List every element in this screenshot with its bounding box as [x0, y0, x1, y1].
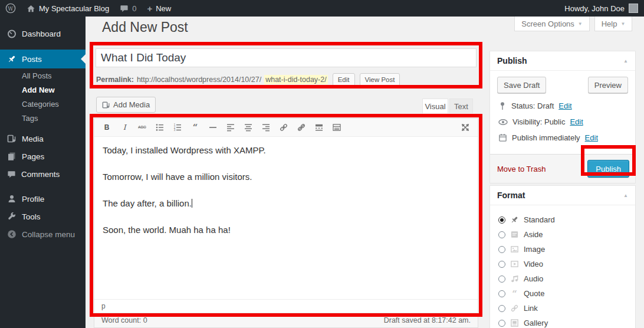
- site-menu[interactable]: My Spectacular Blog: [21, 0, 114, 17]
- numbered-list-icon[interactable]: 123: [170, 120, 185, 135]
- profile-icon: [7, 194, 17, 204]
- draft-saved-status: Draft saved at 8:17:42 am.: [384, 316, 471, 324]
- comments-menu[interactable]: 0: [114, 0, 142, 17]
- sidebar-item-label: Posts: [22, 55, 42, 64]
- word-count: Word count: 0: [101, 316, 147, 324]
- save-draft-button[interactable]: Save Draft: [497, 77, 546, 93]
- submenu-item-all-posts[interactable]: All Posts: [0, 68, 86, 83]
- submenu-label: Tags: [22, 114, 38, 123]
- submenu-item-tags[interactable]: Tags: [0, 111, 86, 125]
- collapse-icon: [7, 229, 17, 239]
- strikethrough-icon[interactable]: ABC: [134, 120, 150, 135]
- sidebar-item-collapse-menu[interactable]: Collapse menu: [0, 225, 86, 243]
- wordpress-logo-icon: W: [5, 3, 16, 14]
- distraction-free-icon[interactable]: [458, 120, 473, 135]
- format-option-link[interactable]: Link: [498, 301, 628, 316]
- admin-bar: W My Spectacular Blog 0 + New Howdy, Joh…: [0, 0, 644, 17]
- remove-link-icon[interactable]: [294, 120, 309, 135]
- radio[interactable]: [498, 275, 505, 283]
- preview-button[interactable]: Preview: [588, 77, 628, 93]
- horizontal-rule-icon[interactable]: [205, 120, 221, 135]
- text-tab[interactable]: Text: [449, 99, 473, 113]
- submenu-label: Categories: [22, 100, 59, 109]
- collapse-arrow-icon[interactable]: ▲: [623, 193, 628, 198]
- aside-icon: [510, 230, 519, 239]
- post-title-input[interactable]: [96, 48, 477, 67]
- radio[interactable]: [498, 290, 505, 297]
- permalink-label: Permalink:: [96, 76, 134, 84]
- insert-link-icon[interactable]: [276, 120, 291, 135]
- chevron-down-icon: ▼: [578, 21, 583, 27]
- new-content-menu[interactable]: + New: [142, 0, 176, 17]
- format-label: Link: [524, 304, 538, 313]
- format-option-quote[interactable]: “ Quote: [498, 286, 628, 301]
- format-label: Quote: [524, 289, 544, 298]
- image-icon: [510, 245, 519, 254]
- format-label: Aside: [524, 230, 543, 239]
- format-option-audio[interactable]: Audio: [498, 271, 628, 286]
- bold-icon[interactable]: B: [99, 120, 114, 135]
- radio[interactable]: [498, 320, 505, 327]
- avatar[interactable]: [629, 4, 638, 13]
- sidebar-item-media[interactable]: Media: [0, 130, 86, 147]
- comments-count: 0: [132, 4, 136, 13]
- format-label: Image: [524, 245, 545, 254]
- eye-icon: [498, 118, 508, 126]
- status-row: Status: Draft Edit: [498, 101, 628, 110]
- move-to-trash-link[interactable]: Move to Trash: [497, 165, 546, 173]
- help-tab[interactable]: Help ▼: [594, 17, 632, 31]
- italic-icon[interactable]: I: [117, 120, 132, 135]
- radio[interactable]: [498, 246, 505, 253]
- submenu-item-categories[interactable]: Categories: [0, 97, 86, 111]
- publish-button[interactable]: Publish: [587, 160, 629, 178]
- editor-content[interactable]: Today, I installed Wordpress with XAMPP.…: [94, 137, 478, 281]
- format-option-image[interactable]: Image: [498, 242, 628, 257]
- edit-visibility-link[interactable]: Edit: [570, 117, 583, 126]
- radio[interactable]: [498, 305, 505, 312]
- svg-text:I: I: [123, 123, 127, 132]
- edit-permalink-button[interactable]: Edit: [333, 73, 355, 86]
- sidebar-item-comments[interactable]: Comments: [0, 165, 86, 183]
- format-box: Format ▲ Standard Aside Image V: [489, 185, 636, 328]
- format-label: Video: [524, 260, 543, 268]
- permalink-slug[interactable]: what-i-did-today-2/: [264, 75, 328, 84]
- format-option-video[interactable]: Video: [498, 257, 628, 271]
- publish-box-header[interactable]: Publish ▲: [490, 51, 635, 71]
- visual-tab[interactable]: Visual: [422, 99, 448, 113]
- format-option-aside[interactable]: Aside: [498, 227, 628, 242]
- sidebar-item-posts[interactable]: Posts: [0, 50, 86, 68]
- element-path[interactable]: p: [101, 302, 106, 310]
- publish-box-title: Publish: [497, 56, 527, 65]
- submenu-label: Add New: [22, 86, 55, 94]
- site-name: My Spectacular Blog: [39, 4, 109, 13]
- sidebar-item-tools[interactable]: Tools: [0, 208, 86, 225]
- howdy-account-menu[interactable]: Howdy, John Doe: [564, 4, 625, 13]
- editor-path-bar: p: [94, 299, 478, 313]
- sidebar-item-profile[interactable]: Profile: [0, 190, 86, 208]
- submenu-item-add-new[interactable]: Add New: [0, 83, 86, 97]
- format-box-header[interactable]: Format ▲: [490, 186, 635, 205]
- more-tag-icon[interactable]: [311, 120, 327, 135]
- sidebar-item-dashboard[interactable]: Dashboard: [0, 25, 86, 42]
- toolbar-toggle-icon[interactable]: [329, 120, 344, 135]
- align-left-icon[interactable]: [223, 120, 238, 135]
- format-option-gallery[interactable]: Gallery: [498, 316, 628, 328]
- align-right-icon[interactable]: [258, 120, 274, 135]
- align-center-icon[interactable]: [241, 120, 256, 135]
- view-post-button[interactable]: View Post: [360, 73, 400, 86]
- bulleted-list-icon[interactable]: [152, 120, 167, 135]
- blockquote-icon[interactable]: “: [188, 120, 203, 135]
- edit-schedule-link[interactable]: Edit: [585, 133, 598, 142]
- video-icon: [510, 260, 519, 268]
- radio-selected[interactable]: [498, 217, 505, 224]
- add-media-button[interactable]: Add Media: [96, 97, 156, 113]
- radio[interactable]: [498, 261, 505, 268]
- format-option-standard[interactable]: Standard: [498, 212, 628, 227]
- radio[interactable]: [498, 231, 505, 238]
- comments-icon: [7, 170, 16, 179]
- screen-options-tab[interactable]: Screen Options ▼: [514, 17, 590, 31]
- collapse-arrow-icon[interactable]: ▲: [623, 58, 628, 64]
- wordpress-logo-menu[interactable]: W: [0, 0, 21, 17]
- sidebar-item-pages[interactable]: Pages: [0, 147, 86, 165]
- edit-status-link[interactable]: Edit: [558, 101, 571, 110]
